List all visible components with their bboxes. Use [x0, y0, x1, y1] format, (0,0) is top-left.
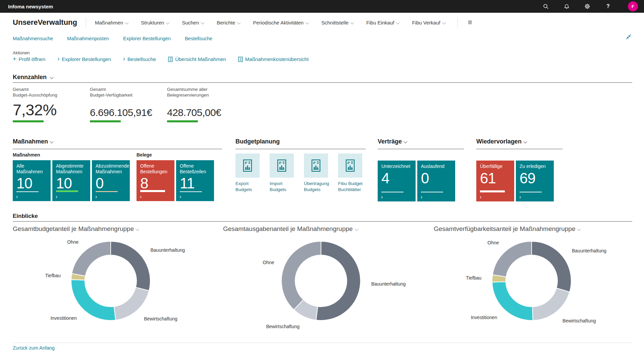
tile-value: 0	[96, 176, 126, 191]
menu-schnittstelle[interactable]: Schnittstelle	[321, 20, 354, 25]
donut-segment-bewirtschaftung[interactable]	[114, 287, 149, 320]
donut-segment-bauunterhaltung[interactable]	[111, 241, 150, 291]
back-to-top-link[interactable]: Zurück zum Anfang	[13, 345, 55, 351]
donut-segment-investitionen[interactable]	[71, 280, 116, 320]
donut-segment-ohne[interactable]	[281, 241, 321, 310]
subnav-massnahmenposten[interactable]: Maßnahmenposten	[67, 36, 109, 41]
chevron-down-icon	[237, 20, 241, 24]
kpi-label: Gesamt Budget-Verfügbarkeit	[90, 86, 167, 98]
role-center-title[interactable]: UnsereVerwaltung	[13, 18, 77, 27]
donut-chart[interactable]: BauunterhaltungBewirtschaftungInvestitio…	[13, 233, 211, 341]
settings-icon[interactable]	[584, 3, 590, 9]
donut-segment-ohne[interactable]	[493, 241, 532, 277]
section-massnahmen: MaßnahmenMaßnahmenAlle Maßnahmen10›Abges…	[13, 138, 222, 201]
donut-segment-ohne[interactable]	[72, 241, 111, 276]
search-icon[interactable]	[543, 3, 549, 9]
donut-segment-bauunterhaltung[interactable]	[532, 241, 571, 292]
subnav-massnahmensuche[interactable]: Maßnahmensuche	[13, 36, 53, 41]
menu-fibu-verkauf[interactable]: Fibu Verkauf	[412, 20, 445, 25]
tile-abzustimmende-massnahmen[interactable]: Abzustimmende Maßnahmen0›	[92, 160, 130, 201]
action-explorer-bestellungen[interactable]: ›Explorer Bestellungen	[57, 56, 111, 62]
chevron-right-icon: ›	[123, 56, 125, 62]
tile-groups: MaßnahmenAlle Maßnahmen10›Abgestimmte Ma…	[13, 149, 222, 201]
chart-title-row[interactable]: Gesamtausgabenanteil je Maßnahmengruppe	[223, 225, 422, 233]
tile-value: 8	[140, 176, 171, 191]
tile-auslaufend[interactable]: Auslaufend0›	[417, 161, 455, 201]
topbar-actions: ? F	[543, 1, 638, 11]
menu-suchen[interactable]: Suchen	[182, 20, 204, 25]
footer-divider	[13, 343, 632, 343]
nav-divider	[86, 18, 86, 27]
section-header[interactable]: Maßnahmen	[13, 138, 222, 149]
action-label: Explorer Bestellungen	[62, 56, 111, 62]
donut-segment-bauunterhaltung[interactable]	[316, 241, 361, 320]
notifications-icon[interactable]	[564, 3, 570, 9]
menu-fibu-einkauf[interactable]: Fibu Einkauf	[366, 20, 399, 25]
more-menu-icon[interactable]: ≡	[468, 19, 472, 26]
shortcut-label: Import Budgets	[270, 181, 297, 192]
kennzahlen-title: Kennzahlen	[13, 74, 47, 80]
chevron-right-icon: ›	[519, 194, 521, 200]
tile-zu-erledigen[interactable]: Zu erledigen69›	[516, 161, 554, 201]
donut-chart[interactable]: BauunterhaltungBewirtschaftungOhne	[223, 233, 422, 341]
shortcut-uebertragung-budgets[interactable]: Übertragung Budgets	[304, 154, 331, 192]
actions-label: Aktionen	[13, 50, 30, 55]
einblicke-title: Einblicke	[13, 213, 38, 219]
tile-abgestimmte-massnahmen[interactable]: Abgestimmte Maßnahmen10›	[52, 160, 90, 201]
kpi-budget-verfuegbarkeit[interactable]: Gesamt Budget-Verfügbarkeit6.696.105,91€	[90, 86, 167, 122]
kennzahlen-header[interactable]: Kennzahlen	[13, 74, 53, 81]
section-wiedervorlagen: WiedervorlagenÜberfällige61›Zu erledigen…	[476, 138, 562, 201]
kpi-belegreservierungen[interactable]: Gesamtsumme aller Belegreservierungen428…	[167, 86, 244, 122]
section-vertraege: VerträgeUnterzeichnet4›Auslaufend0›	[378, 138, 464, 201]
action-massnahmenkostenuebersicht[interactable]: Maßnahmenkostenübersicht	[238, 56, 309, 62]
tile-unterzeichnet[interactable]: Unterzeichnet4›	[378, 161, 416, 201]
shortcut-label: Export Budgets	[235, 181, 263, 192]
shortcut-fibu-budget-buchblaetter[interactable]: Fibu Budget Buchblätter	[338, 154, 366, 192]
subnav-explorer-bestellungen[interactable]: Explorer Bestellungen	[123, 36, 171, 41]
action-bestellsuche[interactable]: ›Bestellsuche	[123, 56, 156, 62]
donut-segment-bewirtschaftung[interactable]	[532, 288, 570, 320]
tile-value: 69	[520, 171, 550, 186]
subnav-bestellsuche[interactable]: Bestellsuche	[185, 36, 212, 41]
action-label: Profil öffnen	[19, 56, 46, 62]
collapse-header-icon[interactable]	[625, 34, 632, 42]
shortcut-export-budgets[interactable]: Export Budgets	[235, 154, 263, 192]
chevron-right-icon: ›	[16, 194, 18, 199]
shortcut-import-budgets[interactable]: Import Budgets	[270, 154, 297, 192]
tile-title: Alle Maßnahmen	[16, 163, 47, 174]
menu-periodische-aktivitaeten[interactable]: Periodische Aktivitäten	[253, 20, 309, 25]
donut-label-ohne: Ohne	[487, 240, 499, 245]
tile-offene-bestellungen[interactable]: Offene Bestellungen8›	[137, 160, 174, 201]
kpi-trend-bar	[13, 120, 44, 122]
donut-chart[interactable]: BauunterhaltungBewirtschaftungInvestitio…	[434, 233, 632, 341]
section-header[interactable]: Verträge	[378, 138, 464, 149]
menu-massnahmen[interactable]: Maßnahmen	[95, 20, 128, 25]
tile-title: Offene Bestellungen	[140, 163, 171, 174]
section-header[interactable]: Wiedervorlagen	[476, 138, 562, 149]
app-brand: Infoma newsystem	[8, 4, 53, 9]
chart-title-row[interactable]: Gesamtverfügbarkeitsanteil je Maßnahmeng…	[434, 225, 632, 233]
main-navigation: UnsereVerwaltung MaßnahmenStrukturenSuch…	[0, 13, 644, 32]
chevron-down-icon	[50, 75, 54, 79]
chart-title-row[interactable]: Gesamtbudgetanteil je Maßnahmengruppe	[13, 225, 211, 233]
tile-value: 10	[16, 176, 47, 191]
user-avatar[interactable]: F	[628, 1, 638, 11]
donut-label-bewirtschaftung: Bewirtschaftung	[562, 318, 596, 323]
action-profil-oeffnen[interactable]: +Profil öffnen	[13, 56, 45, 62]
tile-offene-bestellzeilen[interactable]: Offene Bestellzeilen11›	[176, 160, 214, 201]
kpi-budget-ausschoepfung[interactable]: Gesamt Budget-Ausschöpfung7,32%	[13, 86, 90, 122]
chevron-right-icon: ›	[95, 194, 97, 199]
donut-segment-investitionen[interactable]	[492, 282, 533, 320]
menu-berichte[interactable]: Berichte	[217, 20, 240, 25]
menu-strukturen[interactable]: Strukturen	[141, 20, 169, 25]
kpi-value: 6.696.105,91€	[90, 108, 152, 118]
tile-value: 0	[421, 171, 451, 186]
kpi-value: 428.705,00€	[167, 108, 221, 118]
budget-report-icon	[270, 154, 294, 178]
tile-alle-massnahmen[interactable]: Alle Maßnahmen10›	[13, 160, 51, 201]
tile-underline	[381, 192, 404, 192]
tile-ueberfaellige[interactable]: Überfällige61›	[476, 161, 514, 201]
chevron-down-icon	[166, 20, 170, 24]
action-uebersicht-massnahmen[interactable]: Übersicht Maßnahmen	[168, 56, 226, 62]
help-icon[interactable]: ?	[605, 3, 611, 9]
